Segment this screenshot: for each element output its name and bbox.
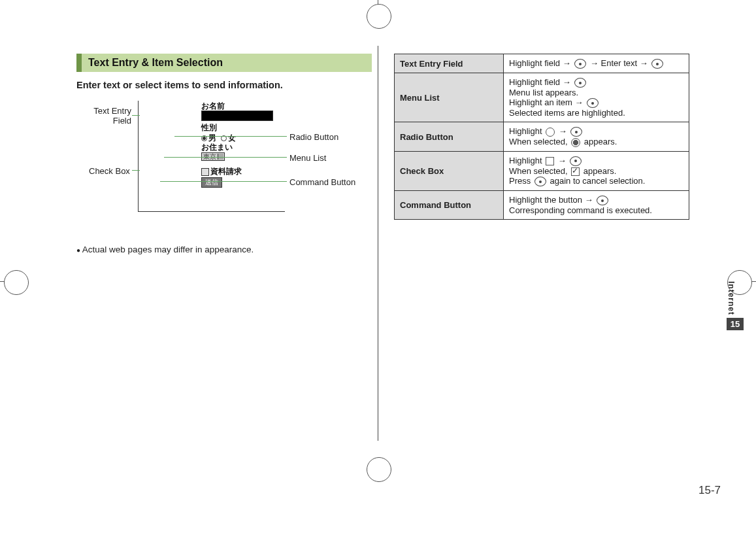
ok-button-icon (587, 98, 599, 108)
side-tab-chapter: 15 (727, 318, 744, 330)
ok-button-icon (651, 59, 663, 69)
leader-line (160, 181, 287, 182)
checkbox-label: 資料請求 (210, 167, 242, 176)
ok-button-icon (570, 127, 582, 137)
cell-label: Radio Button (395, 122, 504, 152)
side-tab-label: Internet (727, 281, 736, 315)
note-text: Actual web pages may differ in appearanc… (76, 245, 372, 254)
ok-button-icon (570, 156, 582, 166)
ok-button-icon (574, 59, 586, 69)
checkbox-icon (201, 168, 209, 176)
side-tab: Internet 15 (727, 281, 744, 330)
lead-text: Enter text or select items to send infor… (76, 80, 372, 90)
crop-mark (4, 270, 29, 295)
checkbox-row: 資料請求 (201, 166, 242, 177)
checkbox-off-icon (546, 157, 554, 165)
cell-label: Check Box (395, 151, 504, 190)
crop-mark (367, 4, 391, 29)
table-row: Command Button Highlight the button → Co… (395, 191, 689, 220)
radio-off-icon (546, 128, 555, 137)
sex-label: 性別 (201, 122, 217, 133)
cell-label: Text Entry Field (395, 54, 504, 73)
ok-button-icon (574, 78, 586, 88)
left-column: Text Entry & Item Selection Enter text o… (76, 54, 372, 254)
callout-check-box: Check Box (89, 166, 130, 176)
table-row: Menu List Highlight field → Menu list ap… (395, 73, 689, 122)
callout-text-entry: Text EntryField (74, 106, 131, 126)
table-row: Check Box Highlight → When selected, app… (395, 151, 689, 190)
cell-desc: Highlight field → → Enter text → (504, 54, 689, 73)
command-button-box: 送信 (201, 177, 222, 188)
ok-button-icon (597, 196, 608, 205)
section-heading: Text Entry & Item Selection (76, 54, 372, 72)
leader-line (164, 157, 287, 158)
table-row: Text Entry Field Highlight field → → Ent… (395, 54, 689, 73)
ok-button-icon (534, 177, 546, 186)
page: Text Entry & Item Selection Enter text o… (0, 0, 756, 533)
crop-mark (367, 457, 391, 482)
callout-command-button: Command Button (289, 177, 355, 187)
leader-line (132, 170, 140, 171)
radio-option-female: 女 (228, 133, 236, 143)
cell-desc: Highlight the button → Corresponding com… (504, 191, 689, 220)
radio-on-icon (571, 138, 580, 147)
leader-line (132, 115, 140, 116)
callout-radio-button: Radio Button (289, 132, 338, 142)
cell-desc: Highlight field → Menu list appears. Hig… (504, 73, 689, 122)
address-label: お住まい (201, 142, 233, 153)
form-diagram: お名前 性別 男 女 お住まい 東京 資料請求 送信 Text EntryFie… (76, 101, 372, 232)
table-row: Radio Button Highlight → When selected, … (395, 122, 689, 152)
radio-option-male: 男 (208, 133, 216, 143)
instruction-table: Text Entry Field Highlight field → → Ent… (394, 54, 689, 220)
leader-line (174, 136, 287, 137)
right-column: Text Entry Field Highlight field → → Ent… (394, 54, 689, 220)
page-number: 15-7 (698, 484, 721, 497)
phone-screen: お名前 性別 男 女 お住まい 東京 資料請求 送信 (138, 101, 285, 212)
text-entry-field-box (201, 111, 273, 121)
cell-label: Command Button (395, 191, 504, 220)
callout-menu-list: Menu List (289, 153, 326, 163)
cell-label: Menu List (395, 73, 504, 122)
cell-desc: Highlight → When selected, appears. Pres… (504, 151, 689, 190)
cell-desc: Highlight → When selected, appears. (504, 122, 689, 152)
checkbox-on-icon (571, 167, 580, 176)
column-divider (378, 46, 378, 441)
